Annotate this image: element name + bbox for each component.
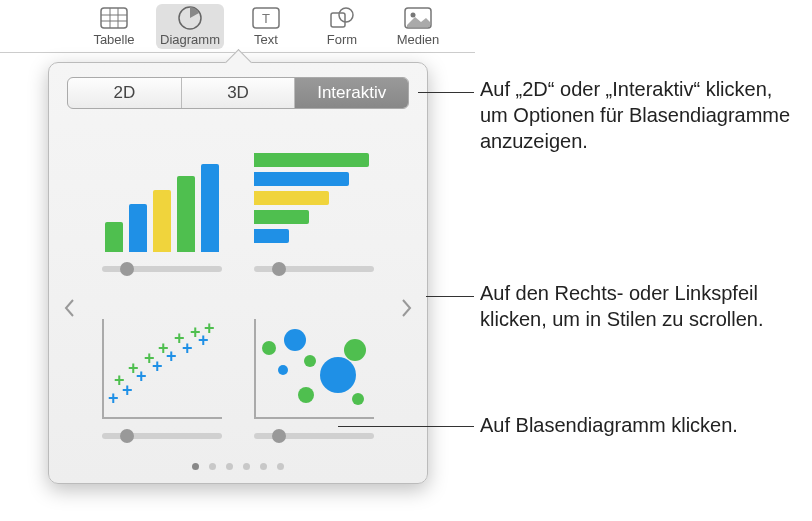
svg-rect-8 xyxy=(331,13,345,27)
toolbar-item-table[interactable]: Tabelle xyxy=(80,4,148,49)
shape-icon xyxy=(326,6,358,30)
media-icon xyxy=(402,6,434,30)
svg-point-9 xyxy=(339,8,353,22)
callout-line xyxy=(418,92,474,93)
page-dot[interactable] xyxy=(260,463,267,470)
callout-bubble: Auf Blasendiagramm klicken. xyxy=(480,412,800,438)
page-dot[interactable] xyxy=(226,463,233,470)
horizontal-bar-preview xyxy=(249,144,379,252)
toolbar-label: Tabelle xyxy=(93,32,134,47)
tab-2d[interactable]: 2D xyxy=(68,78,182,108)
style-slider[interactable] xyxy=(102,266,222,272)
toolbar-item-media[interactable]: Medien xyxy=(384,4,452,49)
scatter-preview: + + + + + + + + + + + + + + xyxy=(97,311,227,419)
chevron-right-icon[interactable] xyxy=(397,293,417,323)
style-slider[interactable] xyxy=(254,266,374,272)
toolbar-item-shape[interactable]: Form xyxy=(308,4,376,49)
callout-line xyxy=(426,296,474,297)
toolbar-label: Diagramm xyxy=(160,32,220,47)
svg-point-11 xyxy=(411,13,416,18)
chart-option-horizontal-bar[interactable] xyxy=(245,131,383,284)
callout-arrows: Auf den Rechts- oder Linkspfeil klicken,… xyxy=(480,280,810,332)
table-icon xyxy=(98,6,130,30)
chart-option-vertical-bar[interactable] xyxy=(93,131,231,284)
tab-interactive[interactable]: Interaktiv xyxy=(295,78,408,108)
page-dot[interactable] xyxy=(277,463,284,470)
chart-type-segmented-control: 2D 3D Interaktiv xyxy=(67,77,409,109)
svg-text:T: T xyxy=(262,11,270,26)
chart-picker-popover: 2D 3D Interaktiv xyxy=(48,62,428,484)
toolbar-label: Medien xyxy=(397,32,440,47)
main-toolbar: Tabelle Diagramm T Text Form Medien xyxy=(80,0,452,49)
chart-option-bubble[interactable] xyxy=(245,298,383,451)
bubble-preview xyxy=(249,311,379,419)
toolbar-item-chart[interactable]: Diagramm xyxy=(156,4,224,49)
chevron-left-icon[interactable] xyxy=(59,293,79,323)
page-indicator[interactable] xyxy=(49,463,427,470)
toolbar-item-text[interactable]: T Text xyxy=(232,4,300,49)
page-dot[interactable] xyxy=(192,463,199,470)
svg-rect-0 xyxy=(101,8,127,28)
chart-icon xyxy=(174,6,206,30)
style-slider[interactable] xyxy=(254,433,374,439)
style-slider[interactable] xyxy=(102,433,222,439)
page-dot[interactable] xyxy=(243,463,250,470)
page-dot[interactable] xyxy=(209,463,216,470)
toolbar-label: Form xyxy=(327,32,357,47)
tab-3d[interactable]: 3D xyxy=(182,78,296,108)
text-icon: T xyxy=(250,6,282,30)
chart-option-scatter[interactable]: + + + + + + + + + + + + + + xyxy=(93,298,231,451)
toolbar-label: Text xyxy=(254,32,278,47)
vertical-bar-preview xyxy=(97,144,227,252)
callout-line xyxy=(338,426,474,427)
callout-tabs: Auf „2D“ oder „Interaktiv“ klicken, um O… xyxy=(480,76,800,154)
chart-options-grid: + + + + + + + + + + + + + + xyxy=(49,121,427,461)
